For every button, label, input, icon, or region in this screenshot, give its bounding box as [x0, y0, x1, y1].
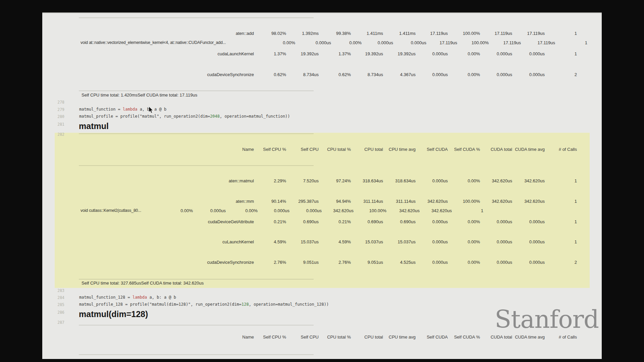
column-header: CPU total %	[327, 335, 351, 340]
column-header: CUDA time avg	[515, 335, 545, 340]
notebook-content: aten::add98.02%1.392ms99.38%1.411ms1.411…	[42, 12, 602, 359]
column-header: # of Calls	[559, 335, 577, 340]
column-header: Self CPU %	[263, 335, 286, 340]
column-header: Self CUDA %	[454, 335, 480, 340]
column-header: CUDA total	[491, 335, 512, 340]
video-frame: aten::add98.02%1.392ms99.38%1.411ms1.411…	[0, 0, 644, 362]
column-header: Name	[242, 335, 254, 340]
column-header: Self CPU	[301, 335, 319, 340]
stanford-logo: Stanford	[495, 305, 599, 334]
column-header: CPU time avg	[389, 335, 416, 340]
mouse-cursor	[149, 106, 154, 114]
column-header: Self CUDA	[427, 335, 448, 340]
column-header: CPU total	[364, 335, 383, 340]
